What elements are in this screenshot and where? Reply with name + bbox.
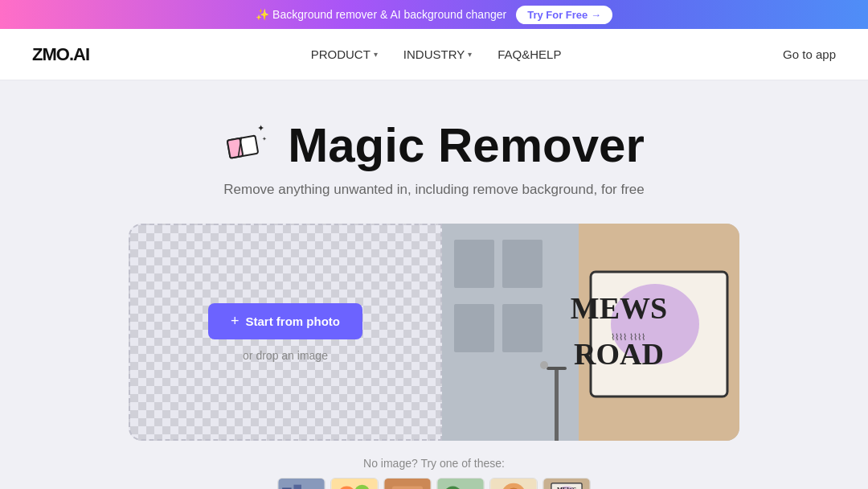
- eraser-icon: ✦ ✦: [223, 120, 275, 171]
- sparkle-icon: ✨: [256, 8, 269, 21]
- plus-icon: +: [231, 313, 240, 330]
- chevron-down-icon: ▾: [374, 50, 378, 59]
- svg-rect-25: [331, 479, 377, 489]
- logo[interactable]: ZMO.AI: [32, 44, 89, 65]
- svg-text:MEWS: MEWS: [571, 291, 667, 325]
- svg-text:⌇⌇⌇⌇ ⌇⌇⌇⌇: ⌇⌇⌇⌇ ⌇⌇⌇⌇: [611, 332, 645, 342]
- banner-message: Background remover & AI background chang…: [272, 8, 506, 21]
- samples-label: No image? Try one of these:: [0, 457, 868, 470]
- navbar: ZMO.AI PRODUCT ▾ INDUSTRY ▾ FAQ&HELP Go …: [0, 29, 868, 80]
- start-from-photo-button[interactable]: + Start from photo: [208, 303, 362, 339]
- go-to-app-button[interactable]: Go to app: [783, 47, 836, 61]
- try-free-button[interactable]: Try For Free →: [516, 6, 612, 24]
- upload-dropzone[interactable]: + Start from photo or drop an image: [129, 224, 442, 441]
- svg-rect-10: [502, 304, 542, 352]
- svg-rect-17: [555, 368, 559, 441]
- drop-label: or drop an image: [243, 349, 328, 362]
- svg-point-19: [540, 361, 548, 369]
- samples-section: No image? Try one of these:: [0, 457, 868, 489]
- svg-rect-30: [392, 487, 423, 489]
- svg-rect-8: [502, 240, 542, 288]
- nav-item-faq[interactable]: FAQ&HELP: [497, 47, 561, 61]
- top-banner: ✨ Background remover & AI background cha…: [0, 0, 868, 29]
- svg-rect-33: [437, 479, 483, 489]
- sample-thumb-6[interactable]: MEWS ROAD: [542, 478, 591, 489]
- svg-text:✦: ✦: [257, 123, 264, 133]
- sample-thumb-4[interactable]: [436, 478, 485, 489]
- nav-faq-label: FAQ&HELP: [497, 47, 561, 61]
- preview-image: MEWS ROAD ⌇⌇⌇⌇ ⌇⌇⌇⌇: [442, 224, 739, 441]
- samples-row: MEWS ROAD: [0, 478, 868, 489]
- nav-product-label: PRODUCT: [311, 47, 371, 61]
- navbar-right: Go to app: [783, 47, 836, 62]
- nav-industry-label: INDUSTRY: [403, 47, 465, 61]
- svg-rect-18: [547, 367, 567, 370]
- chevron-down-icon: ▾: [468, 50, 472, 59]
- nav-item-product[interactable]: PRODUCT ▾: [311, 47, 378, 61]
- hero-title-row: ✦ ✦ Magic Remover: [0, 119, 868, 172]
- upload-section: + Start from photo or drop an image: [48, 224, 820, 441]
- hero-title: Magic Remover: [288, 119, 645, 172]
- sample-thumb-2[interactable]: [330, 478, 379, 489]
- banner-text: ✨ Background remover & AI background cha…: [256, 8, 506, 21]
- hero-section: ✦ ✦ Magic Remover Remove anything unwant…: [0, 80, 868, 489]
- upload-button-label: Start from photo: [246, 314, 341, 328]
- hero-subtitle: Remove anything unwanted in, including r…: [0, 182, 868, 198]
- svg-rect-9: [454, 304, 494, 352]
- sample-preview-svg: MEWS ROAD ⌇⌇⌇⌇ ⌇⌇⌇⌇: [442, 224, 739, 441]
- svg-text:✦: ✦: [262, 135, 267, 142]
- svg-rect-7: [454, 240, 494, 288]
- sample-thumb-5[interactable]: [489, 478, 538, 489]
- svg-text:ROAD: ROAD: [574, 337, 664, 371]
- sample-thumb-3[interactable]: [383, 478, 432, 489]
- nav-item-industry[interactable]: INDUSTRY ▾: [403, 47, 472, 61]
- sample-thumb-1[interactable]: [277, 478, 326, 489]
- svg-rect-23: [293, 485, 301, 489]
- nav-menu: PRODUCT ▾ INDUSTRY ▾ FAQ&HELP: [311, 47, 562, 61]
